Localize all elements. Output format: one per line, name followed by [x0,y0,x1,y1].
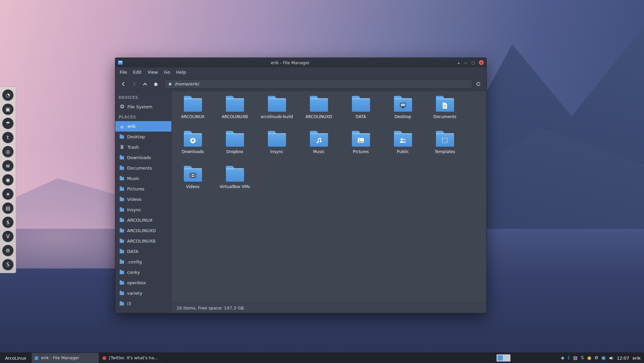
sidebar-item-videos[interactable]: Videos [115,194,171,205]
up-button[interactable] [140,79,150,89]
gear-app-icon[interactable]: ⚙ [2,245,13,256]
sidebar-item-pictures[interactable]: Pictures [115,184,171,194]
close-button[interactable]: × [479,60,484,65]
swirl-app-icon[interactable]: ◔ [2,89,13,101]
maximize-button[interactable]: □ [472,61,475,65]
file-item-desktop[interactable]: Desktop [382,93,424,128]
sidebar-item-arcolinuxb[interactable]: ARCOLINUXB [115,236,171,246]
menu-view[interactable]: View [145,68,161,76]
bird-app-icon[interactable]: w [2,160,13,171]
menu-edit[interactable]: Edit [130,68,145,76]
reload-button[interactable] [474,79,483,89]
file-item-label: Dropbox [214,149,256,154]
workspace-pager[interactable] [496,354,511,362]
file-item-documents[interactable]: Documents [424,93,466,128]
file-item-arcolinuxd[interactable]: ARCOLINUXD [298,93,340,128]
chromium-app-icon[interactable]: ◉ [2,174,13,185]
task-label: erik - File Manager [41,356,79,360]
file-item-videos[interactable]: Videos [172,163,214,198]
display-app-icon[interactable]: ▣ [2,104,13,115]
sidebar-item-arcolinux[interactable]: ARCOLINUX [115,215,171,225]
clock[interactable]: 12:07 [617,356,629,361]
task-button-erik-file-manager[interactable]: erik - File Manager [31,353,99,363]
file-item-label: Public [382,149,424,154]
vivaldi-app-icon[interactable]: V [2,231,13,242]
forward-button[interactable] [129,79,139,89]
app-menu-button[interactable]: ArcoLinux [0,353,31,363]
chevron-right-icon [131,81,137,87]
sidebar-item-conky[interactable]: conky [115,267,171,278]
file-item-pictures[interactable]: Pictures [340,128,382,163]
folder-icon [120,260,124,264]
sidebar-item-label: variety [127,291,142,296]
parachute-app-icon[interactable]: ☂ [2,118,13,129]
file-item-templates[interactable]: Templates [424,128,466,163]
updates-icon[interactable]: ⇅ [580,356,584,360]
sidebar-item-label: i3 [127,301,131,306]
folder-icon [120,229,124,232]
folder-icon [352,98,370,112]
file-item-label: Insync [256,149,298,154]
file-item-insync[interactable]: Insync [256,128,298,163]
notifier-icon[interactable]: ● [587,356,591,360]
file-item-public[interactable]: Public [382,128,424,163]
sidebar-item-variety[interactable]: variety [115,288,171,298]
sidebar-section-header: DEVICES [115,93,171,102]
titlebar[interactable]: erik - File Manager ▴ — □ × [115,58,486,67]
bluetooth-icon[interactable]: ᛒ [567,356,570,360]
sidebar-item-data[interactable]: DATA [115,246,171,257]
file-item-arcolinuxb[interactable]: ARCOLINUXB [214,93,256,128]
file-item-dropbox[interactable]: Dropbox [214,128,256,163]
menu-help[interactable]: Help [173,68,189,76]
sidebar-item-label: ARCOLINUXB [127,239,156,244]
sidebar-item-desktop[interactable]: Desktop [115,132,171,142]
clipboard-icon[interactable]: ▤ [573,356,577,360]
vinyl-app-icon[interactable]: ◎ [2,146,13,157]
sidebar-item-documents[interactable]: Documents [115,163,171,173]
dollar-app-icon[interactable]: $ [2,217,13,228]
sidebar-item-erik[interactable]: ⌂erik [115,121,171,132]
folder-icon [184,133,202,147]
menu-file[interactable]: File [117,68,130,76]
sidebar-item-openbox[interactable]: openbox [115,278,171,288]
window-icon [118,61,123,65]
file-item-arcolinux[interactable]: ARCOLINUX [172,93,214,128]
file-item-virtualbox-vms[interactable]: VirtualBox VMs [214,163,256,198]
path-text: /home/erik/ [175,81,199,86]
sidebar-item-i3[interactable]: i3 [115,298,171,309]
shade-button[interactable]: ▴ [458,61,460,65]
display-tray-icon[interactable]: ▣ [601,356,606,360]
folder-icon [120,281,124,285]
file-item-downloads[interactable]: Downloads [172,128,214,163]
file-item-data[interactable]: DATA [340,93,382,128]
file-item-music[interactable]: Music [298,128,340,163]
back-button[interactable] [119,79,128,89]
menu-go[interactable]: Go [161,68,173,76]
file-item-label: arcolinuxb-build [256,114,298,119]
path-bar[interactable]: /home/erik/ [164,79,472,88]
sidebar-item-label: Insync [127,207,141,212]
sidebar-item-insync[interactable]: Insync [115,205,171,215]
dropbox-icon[interactable]: ◆ [561,356,564,360]
file-item-arcolinuxb-build[interactable]: arcolinuxb-build [256,93,298,128]
settings-gear-icon[interactable]: ⚙ [594,356,598,360]
minimize-button[interactable]: — [464,61,468,65]
sidebar-item-downloads[interactable]: Downloads [115,152,171,163]
volume-icon[interactable] [609,356,614,360]
folder-icon [120,219,124,222]
media-app-icon[interactable]: ▤ [2,203,13,214]
sidebar-item-label: conky [127,270,140,275]
aperture-app-icon[interactable]: ∗ [2,188,13,199]
sidebar-item-trash[interactable]: Trash [115,142,171,152]
sidebar-item-music[interactable]: Music [115,173,171,184]
task-button-twitter-it-s-what-s-ha[interactable]: [Twitter. It's what's ha... [99,353,167,363]
twitter-app-icon[interactable]: t [2,132,13,143]
spotify-app-icon[interactable]: S [2,259,13,270]
sidebar-item-arcolinuxd[interactable]: ARCOLINUXD [115,225,171,236]
sidebar-item-label: File System [127,104,152,109]
home-button[interactable] [151,79,160,89]
sidebar-item-config[interactable]: .config [115,257,171,267]
folder-icon [310,98,328,112]
folder-icon [436,133,454,147]
sidebar-item-file-system[interactable]: File System [115,102,171,112]
